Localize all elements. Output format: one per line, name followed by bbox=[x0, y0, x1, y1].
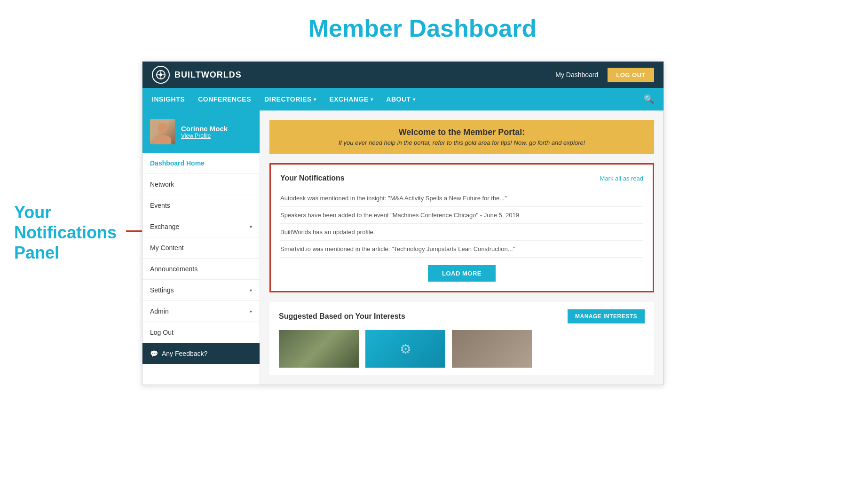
main-content: Welcome to the Member Portal: If you eve… bbox=[260, 110, 663, 385]
sidebar-link-admin[interactable]: Admin ▾ bbox=[142, 301, 260, 322]
interests-section: Suggested Based on Your Interests MANAGE… bbox=[269, 302, 654, 375]
sidebar-link-announcements[interactable]: Announcements bbox=[142, 259, 260, 279]
content-area: Corinne Mock View Profile Dashboard Home… bbox=[142, 110, 663, 385]
sidebar: Corinne Mock View Profile Dashboard Home… bbox=[142, 110, 260, 385]
sidebar-item-exchange: Exchange ▾ bbox=[142, 216, 260, 237]
chevron-down-icon: ▾ bbox=[371, 97, 373, 102]
notif-header: Your Notifications Mark all as read bbox=[280, 174, 643, 182]
notifications-title: Your Notifications bbox=[280, 174, 345, 182]
interest-card-1[interactable] bbox=[279, 330, 359, 368]
sidebar-link-exchange[interactable]: Exchange ▾ bbox=[142, 216, 260, 237]
view-profile-link[interactable]: View Profile bbox=[181, 133, 228, 139]
search-icon[interactable]: 🔍 bbox=[644, 94, 654, 104]
chevron-down-icon: ▾ bbox=[250, 288, 252, 293]
browser-window: BUILTWORLDS My Dashboard LOG OUT INSIGHT… bbox=[142, 61, 664, 385]
notifications-panel: Your Notifications Mark all as read Auto… bbox=[269, 163, 654, 292]
interests-title: Suggested Based on Your Interests bbox=[279, 312, 405, 321]
nav-bar: INSIGHTS CONFERENCES DIRECTORIES ▾ EXCHA… bbox=[142, 88, 663, 110]
user-name: Corinne Mock bbox=[181, 125, 228, 133]
user-card: Corinne Mock View Profile bbox=[142, 110, 260, 153]
avatar bbox=[150, 119, 175, 144]
sidebar-item-settings: Settings ▾ bbox=[142, 280, 260, 301]
my-dashboard-link[interactable]: My Dashboard bbox=[555, 71, 598, 79]
sidebar-link-network[interactable]: Network bbox=[142, 174, 260, 195]
nav-conferences[interactable]: CONFERENCES bbox=[198, 95, 251, 103]
notification-item-2[interactable]: Speakers have been added to the event "M… bbox=[280, 207, 643, 224]
chevron-down-icon: ▾ bbox=[250, 224, 252, 229]
chat-bubble-icon: 💬 bbox=[150, 350, 158, 357]
sidebar-item-announcements: Announcements bbox=[142, 259, 260, 280]
nav-directories[interactable]: DIRECTORIES ▾ bbox=[264, 95, 316, 103]
interests-cards bbox=[279, 330, 645, 368]
nav-insights[interactable]: INSIGHTS bbox=[152, 95, 185, 103]
sidebar-item-network: Network bbox=[142, 174, 260, 195]
annotation-label: YourNotificationsPanel bbox=[14, 202, 108, 263]
notification-item-3[interactable]: BuiltWorlds has an updated profile. bbox=[280, 224, 643, 241]
chevron-down-icon: ▾ bbox=[250, 309, 252, 314]
notification-item-1[interactable]: Autodesk was mentioned in the insight: "… bbox=[280, 190, 643, 207]
load-more-area: LOAD MORE bbox=[280, 265, 643, 282]
nav-about[interactable]: ABOUT ▾ bbox=[386, 95, 415, 103]
sidebar-link-events[interactable]: Events bbox=[142, 195, 260, 216]
chevron-down-icon: ▾ bbox=[314, 97, 316, 102]
mark-all-read-link[interactable]: Mark all as read bbox=[600, 175, 643, 182]
sidebar-link-dashboard[interactable]: Dashboard Home bbox=[142, 153, 260, 173]
feedback-label: Any Feedback? bbox=[162, 350, 207, 357]
interest-card-3[interactable] bbox=[452, 330, 532, 368]
nav-exchange[interactable]: EXCHANGE ▾ bbox=[329, 95, 373, 103]
welcome-subtitle: If you ever need help in the portal, ref… bbox=[281, 139, 643, 146]
nav-items: INSIGHTS CONFERENCES DIRECTORIES ▾ EXCHA… bbox=[152, 95, 415, 103]
sidebar-link-mycontent[interactable]: My Content bbox=[142, 237, 260, 258]
welcome-title: Welcome to the Member Portal: bbox=[281, 127, 643, 137]
sidebar-link-logout[interactable]: Log Out bbox=[142, 322, 260, 343]
feedback-item[interactable]: 💬 Any Feedback? bbox=[142, 343, 260, 364]
logo-icon bbox=[152, 66, 170, 84]
top-bar: BUILTWORLDS My Dashboard LOG OUT bbox=[142, 62, 663, 88]
load-more-button[interactable]: LOAD MORE bbox=[428, 265, 496, 282]
sidebar-item-mycontent: My Content bbox=[142, 237, 260, 259]
sidebar-item-admin: Admin ▾ bbox=[142, 301, 260, 322]
sidebar-item-logout: Log Out bbox=[142, 322, 260, 343]
logo-text: BUILTWORLDS bbox=[174, 70, 242, 80]
chevron-down-icon: ▾ bbox=[413, 97, 416, 102]
top-bar-right: My Dashboard LOG OUT bbox=[555, 68, 654, 82]
interest-card-2[interactable] bbox=[365, 330, 445, 368]
page-title: Member Dashboard bbox=[0, 14, 845, 42]
avatar-image bbox=[150, 119, 175, 144]
sidebar-link-settings[interactable]: Settings ▾ bbox=[142, 280, 260, 300]
logout-button[interactable]: LOG OUT bbox=[608, 68, 654, 82]
logo-area: BUILTWORLDS bbox=[152, 66, 242, 84]
manage-interests-button[interactable]: MANAGE INTERESTS bbox=[568, 309, 645, 323]
notification-item-4[interactable]: Smartvid.io was mentioned in the article… bbox=[280, 241, 643, 258]
sidebar-item-events: Events bbox=[142, 195, 260, 216]
interests-header: Suggested Based on Your Interests MANAGE… bbox=[279, 309, 645, 323]
sidebar-item-dashboard: Dashboard Home bbox=[142, 153, 260, 174]
sidebar-menu: Dashboard Home Network Events Exchange ▾… bbox=[142, 153, 260, 343]
welcome-banner: Welcome to the Member Portal: If you eve… bbox=[269, 120, 654, 154]
user-info: Corinne Mock View Profile bbox=[181, 125, 228, 139]
